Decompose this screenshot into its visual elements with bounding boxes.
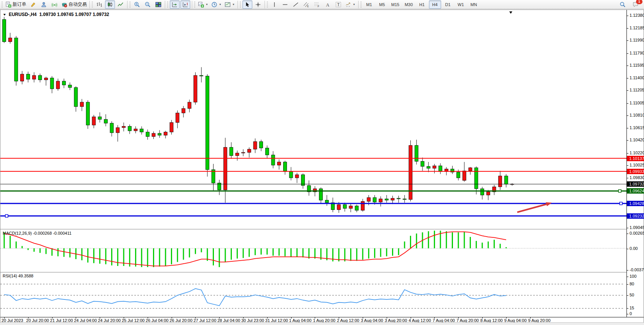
- tf-m5-button[interactable]: M5: [376, 0, 388, 9]
- axis-tick: [627, 40, 628, 41]
- rsi-tick-label: 50: [630, 293, 634, 297]
- axis-tick: [627, 178, 628, 178]
- auto-scroll-button[interactable]: [170, 0, 180, 9]
- chevron-down-icon[interactable]: ▼: [206, 3, 208, 6]
- autotrade-icon: [61, 2, 67, 8]
- price-level-tag: 1.10137: [627, 156, 644, 161]
- cursor-button[interactable]: [242, 0, 252, 9]
- candlestick-button[interactable]: [105, 0, 115, 9]
- arrows-button[interactable]: ▼: [344, 0, 357, 9]
- tf-m30-button[interactable]: M30: [402, 0, 415, 9]
- magnifier-icon: [620, 2, 626, 8]
- price-level-tag: 1.09732: [627, 181, 644, 187]
- tf-w1-button[interactable]: W1: [455, 0, 467, 9]
- vertical-line-button[interactable]: [269, 0, 279, 9]
- autotrading-button[interactable]: 自动交易: [60, 0, 88, 9]
- horizontal-line-button[interactable]: [280, 0, 290, 9]
- cursor-icon: [244, 2, 250, 8]
- toolbar-grip[interactable]: [2, 2, 3, 8]
- text-button[interactable]: A: [323, 0, 333, 9]
- templates-button[interactable]: ▼: [223, 0, 236, 9]
- price-tick-label: 1.12380: [630, 13, 644, 18]
- chat-button[interactable]: 1: [631, 0, 641, 9]
- chart-window[interactable]: ▼ EURUSD-,H4 1.09730 1.09745 1.09707 1.0…: [0, 10, 644, 323]
- trendline-button[interactable]: [291, 0, 301, 9]
- shapes-icon: [345, 2, 351, 8]
- zoom-out-button[interactable]: [143, 0, 153, 9]
- toolbar-grip[interactable]: [129, 2, 131, 8]
- tiles-icon: [155, 2, 161, 8]
- candles-icon: [107, 2, 113, 8]
- price-axis: 1.123801.121851.119901.117901.115951.114…: [626, 10, 644, 317]
- chevron-down-icon[interactable]: ▼: [219, 3, 222, 6]
- tf-mn-button-label: MN: [470, 2, 477, 7]
- tf-m1-button[interactable]: M1: [363, 0, 375, 9]
- price-tick-label: 1.09830: [630, 175, 644, 180]
- chart-shift-button[interactable]: [180, 0, 190, 9]
- fibonacci-button[interactable]: F: [312, 0, 322, 9]
- channel-button[interactable]: E: [301, 0, 311, 9]
- toolbar-grip[interactable]: [360, 2, 362, 8]
- tile-windows-button[interactable]: [153, 0, 163, 9]
- price-level-tag: 1.09933: [627, 169, 644, 174]
- price-level-tag: 1.09232: [627, 213, 644, 219]
- indicators-button[interactable]: ▼: [197, 0, 209, 9]
- zoom-in-button[interactable]: [132, 0, 142, 9]
- price-tick-label: 1.11005: [630, 101, 644, 105]
- tf-d1-button-label: D1: [445, 2, 451, 7]
- toolbar-separator: [127, 1, 128, 8]
- svg-text:F: F: [317, 5, 319, 8]
- toolbar-grip[interactable]: [92, 2, 93, 8]
- macd-pane[interactable]: [0, 229, 626, 272]
- bar-chart-button[interactable]: [94, 0, 104, 9]
- toolbar-separator: [165, 1, 165, 8]
- chart-dropdown-icon[interactable]: ▼: [3, 13, 6, 16]
- tf-h1-button-label: H1: [419, 2, 425, 7]
- toolbar-separator: [238, 1, 238, 8]
- autotrading-button-label: 自动交易: [69, 1, 87, 8]
- tf-m15-button[interactable]: M15: [389, 0, 402, 9]
- chart-symbol-period: EURUSD-,H4: [9, 12, 37, 17]
- price-pane[interactable]: [0, 10, 626, 229]
- price-tick-label: 1.10025: [630, 163, 644, 167]
- text-label-button[interactable]: T: [333, 0, 343, 9]
- chevron-down-icon[interactable]: ▼: [353, 3, 355, 6]
- search-button[interactable]: [618, 0, 628, 9]
- axis-tick: [627, 270, 628, 271]
- toolbar-grip[interactable]: [194, 2, 195, 8]
- rsi-pane[interactable]: [0, 272, 626, 317]
- rsi-tick-label: 0: [630, 311, 632, 316]
- tf-mn-button[interactable]: MN: [468, 0, 480, 9]
- signal-icon: [51, 2, 57, 8]
- tf-h4-button[interactable]: H4: [429, 0, 441, 9]
- price-tick-label: 1.11400: [630, 75, 644, 80]
- rsi-tick-label: 80: [630, 282, 634, 286]
- line-chart-button[interactable]: [116, 0, 126, 9]
- community-button[interactable]: [39, 0, 49, 9]
- fibo-icon: F: [314, 2, 320, 8]
- signals-button[interactable]: [49, 0, 59, 9]
- styler-button[interactable]: [28, 0, 38, 9]
- chart-ohlc: 1.09730 1.09745 1.09707 1.09732: [39, 12, 109, 17]
- channel-icon: E: [303, 2, 309, 8]
- new-order-button[interactable]: 新订单: [4, 0, 27, 9]
- axis-tick: [627, 165, 628, 166]
- tf-h1-button[interactable]: H1: [416, 0, 428, 9]
- autoscroll-icon: [172, 2, 178, 8]
- crosshair-icon: [255, 2, 261, 8]
- periods-button[interactable]: ▼: [210, 0, 223, 9]
- toolbar-grip[interactable]: [267, 2, 268, 8]
- toolbar-grip[interactable]: [167, 2, 168, 8]
- axis-tick: [627, 228, 628, 228]
- tf-d1-button[interactable]: D1: [442, 0, 454, 9]
- toolbar: 新订单自动交易▼▼▼EFAT▼M1M5M15M30H1H4D1W1MN1: [0, 0, 644, 9]
- chevron-down-icon[interactable]: ▼: [232, 3, 235, 6]
- macd-header: MACD(12,26,9) -0.000268 -0.000411: [3, 231, 72, 235]
- tf-h4-button-label: H4: [432, 2, 438, 7]
- tf-m30-button-label: M30: [405, 2, 413, 7]
- tf-m5-button-label: M5: [379, 2, 385, 7]
- toolbar-grip[interactable]: [240, 2, 241, 8]
- crosshair-button[interactable]: [253, 0, 263, 9]
- price-tick-label: 1.09045: [630, 225, 644, 230]
- person-icon: [41, 2, 47, 8]
